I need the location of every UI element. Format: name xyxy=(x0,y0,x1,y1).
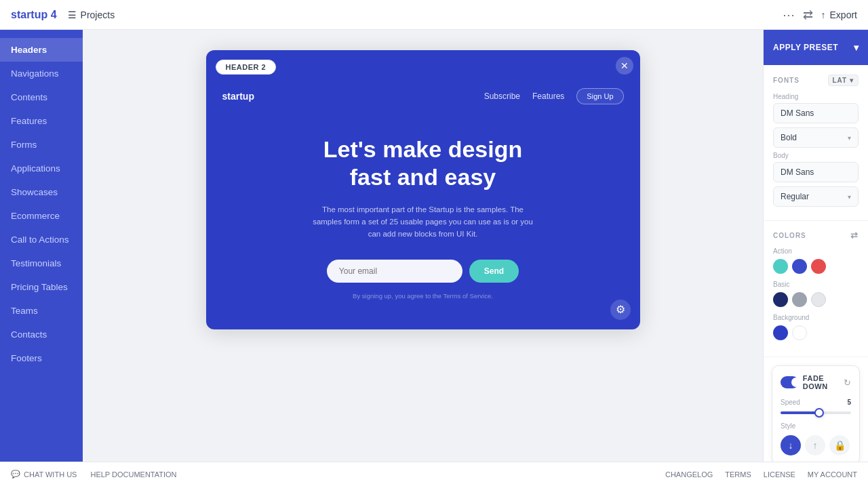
topbar-left: startup 4 ☰ Projects xyxy=(11,9,115,21)
sidebar-item-applications[interactable]: Applications xyxy=(0,157,83,180)
preview-hero-title: Let's make design fast and easy xyxy=(247,136,599,191)
fade-down-section: FADE DOWN ↻ Speed 5 Style ↓ ↑ 🔒 xyxy=(772,365,860,462)
export-button[interactable]: ↑ Export xyxy=(821,9,857,20)
license-link[interactable]: LICENSE xyxy=(764,470,795,479)
more-icon[interactable]: ⋯ xyxy=(783,7,795,22)
fade-toggle[interactable] xyxy=(781,376,799,388)
heading-weight-select[interactable]: Bold ▾ xyxy=(773,127,859,148)
preview-brand: startup xyxy=(222,91,254,102)
bottom-right: CHANGELOG TERMS LICENSE MY ACCOUNT xyxy=(665,470,857,479)
sidebar-item-headers[interactable]: Headers xyxy=(0,38,83,62)
apply-preset-button[interactable]: APPLY PRESET ▾ xyxy=(764,30,868,65)
gear-button[interactable]: ⚙ xyxy=(610,300,631,320)
slider-fill xyxy=(781,411,819,414)
preview-nav-links: Subscribe Features Sign Up xyxy=(484,88,624,104)
heading-font-select[interactable]: DM Sans xyxy=(773,103,859,123)
speed-slider[interactable] xyxy=(781,411,851,414)
sidebar-item-forms[interactable]: Forms xyxy=(0,133,83,157)
action-color-teal[interactable] xyxy=(773,259,788,274)
topbar-right: ⋯ ⇄ ↑ Export xyxy=(783,7,857,22)
chevron-down-icon: ▾ xyxy=(854,42,859,53)
toggle-knob xyxy=(791,378,801,387)
background-color-label: Background xyxy=(773,314,859,321)
bottom-left: 💬 CHAT WITH US HELP DOCUMENTATION xyxy=(11,470,177,479)
sidebar-item-features[interactable]: Features xyxy=(0,109,83,133)
right-panel: APPLY PRESET ▾ FONTS LAT ▾ Heading DM Sa… xyxy=(763,30,868,462)
slider-thumb[interactable] xyxy=(814,408,824,418)
export-icon: ↑ xyxy=(821,9,826,20)
preview-card: HEADER 2 ✕ startup Subscribe Features Si… xyxy=(206,50,640,329)
preview-hero-body: The most important part of the Startup i… xyxy=(308,203,538,241)
colors-section: COLORS ⇄ Action Basic Background xyxy=(764,221,868,357)
apply-preset-label: APPLY PRESET xyxy=(773,43,838,52)
preview-terms: By signing up, you agree to the Terms of… xyxy=(247,292,599,300)
fonts-section-title: FONTS LAT ▾ xyxy=(773,75,859,86)
bottom-bar: 💬 CHAT WITH US HELP DOCUMENTATION CHANGE… xyxy=(0,462,868,486)
basic-color-swatches xyxy=(773,292,859,307)
fade-title-row: FADE DOWN xyxy=(781,374,844,390)
changelog-link[interactable]: CHANGELOG xyxy=(665,470,713,479)
help-link[interactable]: HELP DOCUMENTATION xyxy=(90,470,176,479)
sidebar-item-teams[interactable]: Teams xyxy=(0,299,83,323)
fade-header: FADE DOWN ↻ xyxy=(781,374,851,390)
action-color-blue[interactable] xyxy=(792,259,807,274)
body-weight-chevron-icon: ▾ xyxy=(848,193,851,201)
body-font-value: DM Sans xyxy=(781,167,814,177)
sidebar-item-showcases[interactable]: Showcases xyxy=(0,180,83,204)
sidebar-item-call-to-actions[interactable]: Call to Actions xyxy=(0,228,83,251)
projects-button[interactable]: ☰ Projects xyxy=(68,9,115,20)
preview-hero: Let's make design fast and easy The most… xyxy=(206,115,640,329)
projects-label: Projects xyxy=(81,9,115,20)
background-color-swatches xyxy=(773,325,859,340)
chat-icon: 💬 xyxy=(11,470,20,479)
body-label: Body xyxy=(773,152,859,159)
speed-row: Speed 5 xyxy=(781,399,851,406)
body-font-select[interactable]: DM Sans xyxy=(773,162,859,182)
swap-icon[interactable]: ⇄ xyxy=(803,7,813,22)
basic-color-label: Basic xyxy=(773,281,859,288)
heading-label: Heading xyxy=(773,93,859,100)
sidebar-item-navigations[interactable]: Navigations xyxy=(0,62,83,85)
sidebar-item-contacts[interactable]: Contacts xyxy=(0,323,83,346)
lat-badge[interactable]: LAT ▾ xyxy=(828,75,859,86)
style-btn-up[interactable]: ↑ xyxy=(805,435,825,455)
basic-color-gray[interactable] xyxy=(792,292,807,307)
shuffle-icon[interactable]: ⇄ xyxy=(850,230,859,241)
sidebar: Headers Navigations Contents Features Fo… xyxy=(0,30,83,462)
header-badge: HEADER 2 xyxy=(216,60,277,75)
action-color-label: Action xyxy=(773,247,859,255)
close-button[interactable]: ✕ xyxy=(616,57,633,75)
basic-color-light[interactable] xyxy=(811,292,826,307)
action-color-swatches xyxy=(773,259,859,274)
terms-link[interactable]: TERMS xyxy=(725,470,751,479)
preview-email-input[interactable] xyxy=(327,260,462,283)
account-link[interactable]: MY ACCOUNT xyxy=(808,470,857,479)
sidebar-item-ecommerce[interactable]: Ecommerce xyxy=(0,204,83,228)
sidebar-item-footers[interactable]: Footers xyxy=(0,346,83,370)
background-color-white[interactable] xyxy=(792,325,807,340)
style-btn-lock[interactable]: 🔒 xyxy=(829,435,850,455)
topbar: startup 4 ☰ Projects ⋯ ⇄ ↑ Export xyxy=(0,0,868,30)
preview-signup-button[interactable]: Sign Up xyxy=(576,88,623,104)
lat-chevron-icon: ▾ xyxy=(850,77,854,84)
style-btn-down[interactable]: ↓ xyxy=(781,435,801,455)
speed-label: Speed xyxy=(781,399,800,406)
sidebar-item-pricing-tables[interactable]: Pricing Tables xyxy=(0,275,83,299)
heading-weight-value: Bold xyxy=(781,133,797,142)
background-color-blue[interactable] xyxy=(773,325,788,340)
preview-features-link[interactable]: Features xyxy=(532,92,564,101)
refresh-icon[interactable]: ↻ xyxy=(844,378,851,388)
fade-label: FADE DOWN xyxy=(803,374,844,390)
action-color-red[interactable] xyxy=(811,259,826,274)
main-layout: Headers Navigations Contents Features Fo… xyxy=(0,30,868,462)
heading-font-value: DM Sans xyxy=(781,108,814,118)
canvas-area: HEADER 2 ✕ startup Subscribe Features Si… xyxy=(83,30,763,462)
sidebar-item-testimonials[interactable]: Testimonials xyxy=(0,251,83,275)
speed-value: 5 xyxy=(847,399,851,406)
basic-color-dark[interactable] xyxy=(773,292,788,307)
body-weight-select[interactable]: Regular ▾ xyxy=(773,186,859,207)
sidebar-item-contents[interactable]: Contents xyxy=(0,85,83,109)
preview-subscribe-link[interactable]: Subscribe xyxy=(484,92,520,101)
chat-link[interactable]: 💬 CHAT WITH US xyxy=(11,470,77,479)
preview-send-button[interactable]: Send xyxy=(469,260,519,283)
